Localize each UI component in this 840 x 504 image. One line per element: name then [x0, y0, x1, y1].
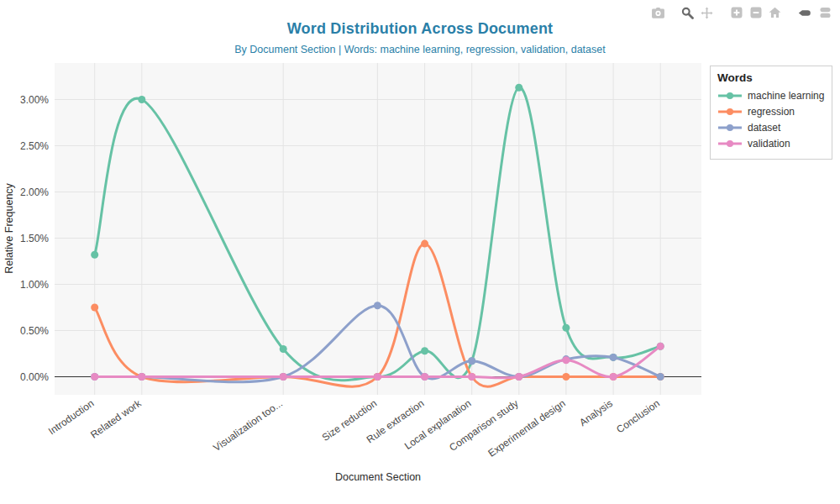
y-tick-label: 1.00%: [20, 279, 49, 291]
legend-item-machine-learning[interactable]: machine learning: [717, 87, 825, 103]
data-point-dataset[interactable]: [374, 302, 381, 309]
legend-item-label: dataset: [748, 122, 780, 134]
legend-sample-machine-learning: [717, 91, 743, 101]
x-tick-label: Visualization too...: [211, 397, 285, 454]
data-point-regression[interactable]: [562, 373, 570, 381]
data-point-dataset[interactable]: [657, 373, 664, 381]
legend-title: Words: [717, 71, 825, 84]
legend-entries: machine learning regression dataset vali…: [717, 87, 825, 151]
x-tick-label: Experimental design: [486, 397, 568, 459]
data-point-validation[interactable]: [562, 356, 570, 364]
y-tick-label: 3.00%: [20, 94, 49, 106]
data-point-machine-learning[interactable]: [562, 324, 570, 332]
data-point-machine-learning[interactable]: [138, 96, 145, 103]
data-point-validation[interactable]: [610, 373, 617, 381]
x-tick-label: Related work: [88, 396, 144, 440]
y-axis-title: Relative Frequency: [3, 182, 15, 273]
legend: Words machine learning regression datase…: [710, 66, 832, 160]
data-point-regression[interactable]: [421, 240, 428, 248]
legend-sample-regression: [717, 107, 743, 117]
data-point-validation[interactable]: [374, 373, 381, 381]
data-point-machine-learning[interactable]: [515, 84, 522, 92]
legend-item-dataset[interactable]: dataset: [717, 119, 825, 135]
x-axis-title: Document Section: [335, 471, 421, 483]
legend-sample-dataset: [717, 123, 743, 133]
data-point-validation[interactable]: [421, 373, 428, 381]
y-tick-label: 0.00%: [20, 371, 49, 383]
y-tick-label: 0.50%: [20, 325, 49, 337]
x-tick-label: Conclusion: [614, 397, 662, 436]
data-point-regression[interactable]: [91, 304, 98, 312]
data-point-validation[interactable]: [138, 373, 145, 381]
data-point-validation[interactable]: [91, 373, 98, 381]
legend-item-validation[interactable]: validation: [717, 135, 825, 151]
x-tick-label: Analysis: [577, 397, 615, 428]
data-point-machine-learning[interactable]: [91, 251, 98, 259]
plotly-figure: Word Distribution Across Document By Doc…: [0, 0, 840, 504]
data-point-validation[interactable]: [657, 343, 664, 350]
x-axis-ticks: IntroductionRelated workVisualization to…: [46, 396, 662, 459]
data-point-machine-learning[interactable]: [421, 347, 428, 354]
data-point-dataset[interactable]: [468, 357, 475, 365]
y-tick-label: 2.00%: [20, 186, 49, 198]
data-point-machine-learning[interactable]: [280, 345, 287, 353]
legend-item-label: regression: [748, 106, 795, 118]
data-point-validation[interactable]: [515, 373, 522, 381]
data-point-dataset[interactable]: [610, 354, 617, 361]
legend-sample-validation: [717, 139, 743, 149]
data-point-validation[interactable]: [468, 373, 475, 381]
legend-item-label: validation: [748, 138, 790, 150]
y-tick-label: 1.50%: [20, 233, 49, 244]
y-axis-ticks: 0.00%0.50%1.00%1.50%2.00%2.50%3.00%: [20, 94, 49, 383]
legend-item-label: machine learning: [748, 90, 824, 102]
legend-item-regression[interactable]: regression: [717, 103, 825, 119]
data-point-validation[interactable]: [280, 373, 287, 381]
y-tick-label: 2.50%: [20, 140, 49, 152]
plot-area[interactable]: [55, 63, 701, 395]
